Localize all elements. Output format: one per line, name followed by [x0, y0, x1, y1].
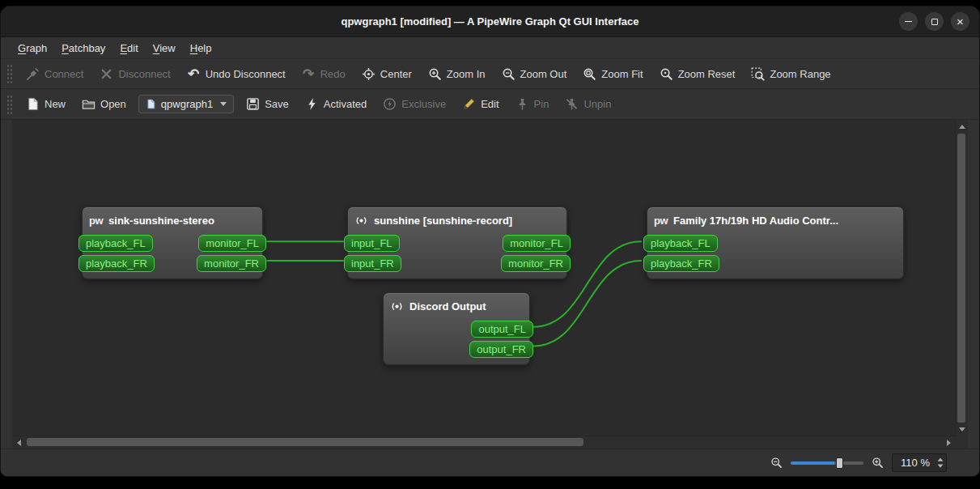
minimize-button[interactable]: [899, 12, 918, 31]
exclusive-button[interactable]: Exclusive: [375, 93, 453, 115]
toolbar-drag-handle[interactable]: [6, 95, 13, 114]
center-icon: [362, 67, 375, 81]
node-title: Discord Output: [409, 300, 486, 313]
node-discord-output[interactable]: Discord Output output_FL output_FR: [383, 292, 530, 365]
connect-button[interactable]: Connect: [19, 63, 91, 85]
window-controls: ×: [899, 6, 969, 36]
zoom-in-button[interactable]: Zoom In: [421, 63, 493, 85]
port-monitor-fl[interactable]: monitor_FL: [503, 235, 571, 252]
zoom-range-icon: [751, 67, 765, 81]
port-input-fr[interactable]: input_FR: [344, 255, 401, 272]
node-header: pw Family 17h/19h HD Audio Contr...: [654, 210, 897, 232]
menu-help[interactable]: Help: [183, 37, 219, 58]
horizontal-scroll-thumb[interactable]: [27, 438, 583, 446]
pipewire-icon: pw: [89, 215, 103, 227]
zoom-fit-button[interactable]: Zoom Fit: [575, 63, 650, 85]
spin-up-arrow[interactable]: [938, 457, 944, 461]
patchbay-file-icon: [146, 99, 156, 109]
pin-button[interactable]: Pin: [508, 93, 557, 115]
graph-canvas[interactable]: pw sink-sunshine-stereo playback_FL moni…: [12, 120, 955, 436]
vertical-scrollbar[interactable]: [955, 120, 968, 436]
redo-button[interactable]: ↷ Redo: [295, 63, 353, 85]
activated-button[interactable]: Activated: [298, 93, 374, 115]
toolbar-main: Connect Disconnect ↶ Undo Disconnect ↷ R…: [1, 59, 979, 89]
maximize-button[interactable]: [925, 12, 944, 31]
zoom-out-button[interactable]: Zoom Out: [494, 63, 575, 85]
save-button[interactable]: Save: [239, 93, 296, 115]
port-monitor-fl[interactable]: monitor_FL: [198, 235, 266, 252]
toolbar-label: Redo: [320, 68, 346, 80]
exclusive-icon: [383, 97, 397, 111]
toolbar-label: Exclusive: [401, 98, 446, 110]
zoom-slider-track: [791, 461, 863, 465]
toolbar-label: Zoom In: [447, 68, 486, 80]
patchbay-combo-value: qpwgraph1: [161, 98, 213, 110]
titlebar[interactable]: qpwgraph1 [modified] — A PipeWire Graph …: [1, 6, 979, 37]
zoom-range-button[interactable]: Zoom Range: [744, 63, 838, 85]
node-header: sunshine [sunshine-record]: [354, 210, 560, 232]
pin-icon: [515, 97, 529, 111]
zoom-slider[interactable]: [791, 457, 863, 469]
port-monitor-fr[interactable]: monitor_FR: [501, 255, 571, 272]
node-sink-sunshine-stereo[interactable]: pw sink-sunshine-stereo playback_FL moni…: [82, 206, 263, 279]
toolbar-label: Zoom Range: [770, 68, 830, 80]
menu-patchbay[interactable]: Patchbay: [54, 37, 112, 58]
connect-icon: [26, 67, 40, 81]
open-folder-icon: [82, 97, 95, 111]
scroll-up-arrow[interactable]: [956, 120, 969, 133]
patchbay-combo[interactable]: qpwgraph1: [138, 95, 234, 113]
center-button[interactable]: Center: [354, 63, 419, 85]
open-button[interactable]: Open: [74, 93, 134, 115]
port-output-fr[interactable]: output_FR: [469, 341, 533, 358]
vertical-scroll-thumb[interactable]: [957, 134, 965, 423]
port-playback-fr[interactable]: playback_FR: [643, 255, 719, 272]
window-title: qpwgraph1 [modified] — A PipeWire Graph …: [341, 15, 638, 28]
new-button[interactable]: New: [19, 93, 73, 115]
menu-edit[interactable]: Edit: [112, 37, 145, 58]
unpin-button[interactable]: Unpin: [558, 93, 618, 115]
disconnect-button[interactable]: Disconnect: [92, 63, 177, 85]
port-playback-fr[interactable]: playback_FR: [78, 255, 155, 272]
toolbar-label: Activated: [324, 98, 367, 110]
disconnect-icon: [100, 67, 113, 81]
zoom-out-icon[interactable]: [770, 457, 783, 469]
edit-button[interactable]: Edit: [455, 93, 506, 115]
toolbar-label: Edit: [481, 98, 498, 110]
zoom-in-icon[interactable]: [872, 457, 884, 469]
media-record-icon: [390, 300, 404, 313]
port-input-fl[interactable]: input_FL: [344, 235, 400, 252]
node-title: Family 17h/19h HD Audio Contr...: [673, 215, 838, 227]
port-playback-fl[interactable]: playback_FL: [643, 235, 718, 252]
statusbar: 110 %: [1, 449, 979, 476]
toolbar-drag-handle[interactable]: [6, 64, 13, 83]
zoom-value: 110 %: [901, 457, 930, 469]
zoom-fit-icon: [583, 67, 596, 81]
save-icon: [246, 97, 260, 111]
spinbox-arrows: [937, 454, 944, 471]
undo-disconnect-button[interactable]: ↶ Undo Disconnect: [180, 63, 293, 85]
node-title: sunshine [sunshine-record]: [374, 215, 512, 227]
zoom-slider-handle[interactable]: [836, 457, 843, 469]
scroll-right-arrow[interactable]: [942, 436, 955, 449]
menu-view[interactable]: View: [146, 37, 183, 58]
scroll-left-arrow[interactable]: [12, 436, 25, 449]
toolbar-label: Save: [265, 98, 289, 110]
new-file-icon: [26, 97, 40, 111]
port-output-fl[interactable]: output_FL: [471, 321, 533, 338]
toolbar-label: Pin: [534, 98, 549, 110]
port-monitor-fr[interactable]: monitor_FR: [197, 255, 266, 272]
close-button[interactable]: ×: [951, 12, 969, 31]
zoom-reset-button[interactable]: Zoom Reset: [652, 63, 743, 85]
node-sunshine-record[interactable]: sunshine [sunshine-record] input_FL moni…: [347, 206, 567, 279]
spin-down-arrow[interactable]: [938, 464, 944, 467]
port-playback-fl[interactable]: playback_FL: [78, 235, 153, 252]
menu-graph[interactable]: Graph: [11, 37, 54, 58]
media-record-icon: [354, 214, 368, 227]
horizontal-scrollbar[interactable]: [12, 436, 955, 449]
node-family-hd-audio[interactable]: pw Family 17h/19h HD Audio Contr... play…: [647, 206, 904, 279]
scroll-down-arrow[interactable]: [956, 423, 969, 436]
toolbar-label: Unpin: [583, 98, 611, 110]
toolbar-label: Connect: [45, 68, 83, 80]
zoom-spinbox[interactable]: 110 %: [892, 453, 947, 472]
maximize-icon: [931, 19, 938, 25]
